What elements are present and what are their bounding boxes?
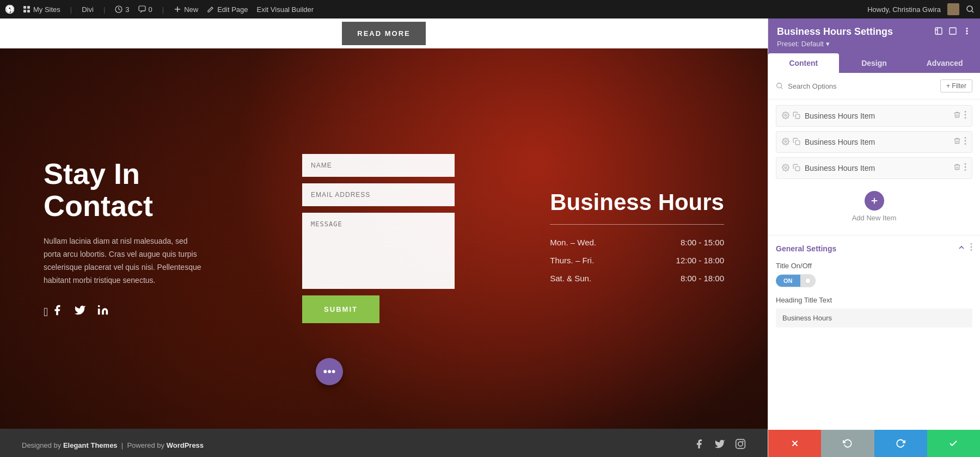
footer-twitter-icon[interactable]: [714, 439, 725, 452]
item-1-delete-icon[interactable]: [953, 111, 961, 121]
main-layout: READ MORE Stay In Contact Nullam lacinia…: [0, 18, 980, 457]
item-2-copy-icon[interactable]: [793, 138, 800, 147]
svg-point-32: [965, 169, 966, 171]
svg-rect-2: [27, 6, 30, 9]
add-circle-icon: [865, 191, 884, 211]
cancel-button[interactable]: [768, 430, 821, 457]
filter-button[interactable]: + Filter: [940, 79, 972, 92]
nav-edit-page-label: Edit Page: [217, 5, 248, 14]
svg-point-7: [967, 6, 972, 11]
footer-facebook-icon[interactable]: [694, 439, 705, 452]
item-3-delete-icon[interactable]: [953, 163, 961, 173]
contact-section: Stay In Contact Nullam lacinia diam at n…: [0, 48, 768, 429]
contact-heading: Stay In Contact: [44, 158, 207, 223]
nav-divi-label: Divi: [82, 5, 94, 14]
bottom-action-bar: [768, 430, 980, 457]
panel-title: Business Hours Settings: [777, 26, 893, 38]
business-hours-title: Business Hours: [550, 190, 724, 224]
footer-social-icons: [694, 439, 746, 452]
panel-header: Business Hours Settings Preset: Default: [768, 18, 980, 53]
linkedin-icon[interactable]: [97, 304, 109, 319]
twitter-icon[interactable]: [74, 304, 86, 319]
panel-menu-icon[interactable]: [963, 27, 971, 38]
tab-advanced[interactable]: Advanced: [909, 53, 980, 73]
wordpress-link[interactable]: WordPress: [167, 441, 204, 449]
svg-point-31: [965, 166, 966, 168]
hours-row-1: Mon. – Wed. 8:00 - 15:00: [550, 233, 724, 251]
panel-preset[interactable]: Preset: Default: [777, 40, 971, 48]
redo-button[interactable]: [874, 430, 927, 457]
nav-divi[interactable]: Divi: [82, 5, 94, 14]
svg-point-27: [965, 143, 966, 145]
svg-point-23: [785, 140, 787, 143]
email-input[interactable]: [302, 183, 455, 206]
title-toggle[interactable]: ON: [776, 274, 972, 287]
nav-edit-page[interactable]: Edit Page: [207, 5, 248, 14]
nav-wp-logo[interactable]: [5, 5, 14, 14]
business-hours-item-1: Business Hours Item: [776, 105, 972, 127]
footer-instagram-icon[interactable]: [735, 439, 746, 452]
svg-rect-9: [736, 440, 745, 449]
general-settings-section: General Settings Title On/Off ON: [768, 235, 980, 335]
heading-title-input[interactable]: [776, 308, 972, 328]
svg-point-28: [785, 166, 787, 169]
search-icon[interactable]: [966, 5, 975, 14]
general-settings-more-icon[interactable]: [970, 243, 972, 254]
nav-exit-builder[interactable]: Exit Visual Builder: [257, 5, 314, 14]
panel-resize-icon[interactable]: [934, 27, 943, 38]
nav-comments[interactable]: 0: [138, 5, 152, 14]
nav-mysites[interactable]: My Sites: [23, 5, 60, 14]
read-more-button[interactable]: READ MORE: [342, 22, 425, 45]
facebook-icon[interactable]: : [44, 304, 63, 319]
svg-point-36: [805, 278, 811, 283]
tab-content[interactable]: Content: [768, 53, 839, 73]
item-2-settings-icon[interactable]: [782, 138, 789, 147]
footer-text: Designed by Elegant Themes | Powered by …: [22, 441, 204, 449]
item-1-copy-icon[interactable]: [793, 112, 800, 121]
nav-separator-2: |: [103, 5, 105, 14]
svg-point-22: [965, 117, 966, 119]
save-button[interactable]: [927, 430, 980, 457]
search-options-input[interactable]: [788, 82, 936, 90]
panel-search-bar: + Filter: [768, 73, 980, 100]
nav-updates[interactable]: 3: [115, 5, 129, 14]
hours-day-1: Mon. – Wed.: [550, 238, 596, 247]
svg-rect-24: [795, 140, 800, 145]
hours-time-1: 8:00 - 15:00: [681, 238, 724, 247]
item-3-settings-icon[interactable]: [782, 164, 789, 173]
svg-rect-19: [795, 114, 800, 119]
svg-point-18: [785, 114, 787, 116]
item-2-delete-icon[interactable]: [953, 137, 961, 147]
item-3-copy-icon[interactable]: [793, 164, 800, 173]
svg-rect-1: [23, 6, 26, 9]
nav-new[interactable]: New: [174, 5, 198, 14]
svg-rect-3: [23, 10, 26, 13]
message-input[interactable]: [302, 213, 455, 289]
svg-rect-13: [950, 28, 956, 34]
item-3-more-icon[interactable]: [964, 163, 966, 173]
panel-expand-icon[interactable]: [948, 27, 957, 38]
svg-point-34: [971, 246, 972, 248]
tab-design[interactable]: Design: [839, 53, 910, 73]
panel-header-icons: [934, 27, 971, 38]
general-settings-collapse-icon[interactable]: [957, 243, 966, 254]
item-2-label: Business Hours Item: [805, 138, 949, 146]
business-hours-items: Business Hours Item: [768, 100, 980, 235]
contact-form: SUBMIT: [302, 154, 455, 323]
item-1-settings-icon[interactable]: [782, 112, 789, 121]
name-input[interactable]: [302, 154, 455, 177]
undo-button[interactable]: [821, 430, 874, 457]
elegant-themes-link[interactable]: Elegant Themes: [63, 441, 118, 449]
hours-row-2: Thurs. – Fri. 12:00 - 18:00: [550, 251, 724, 269]
item-2-more-icon[interactable]: [964, 137, 966, 147]
hours-day-3: Sat. & Sun.: [550, 274, 591, 283]
item-1-more-icon[interactable]: [964, 111, 966, 121]
user-greeting: Howdy, Christina Gwira: [867, 5, 941, 14]
svg-point-25: [965, 137, 966, 139]
add-new-item-button[interactable]: Add New Item: [776, 183, 972, 230]
title-onoff-label: Title On/Off: [776, 262, 972, 270]
hours-time-3: 8:00 - 18:00: [681, 274, 724, 283]
fab-button[interactable]: •••: [316, 358, 343, 385]
submit-button[interactable]: SUBMIT: [302, 295, 379, 323]
right-panel: Business Hours Settings Preset: Default …: [768, 18, 980, 457]
